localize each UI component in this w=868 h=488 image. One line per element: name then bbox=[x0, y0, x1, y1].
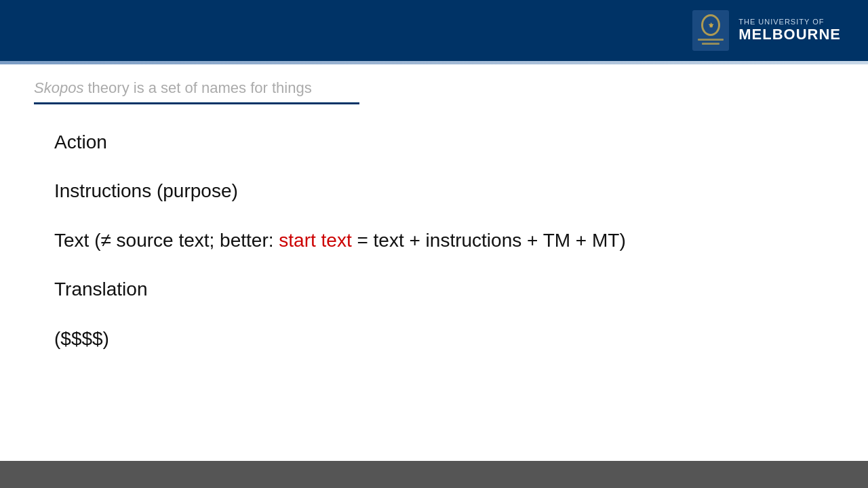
content-area: Action Instructions (purpose) Text (≠ so… bbox=[0, 104, 868, 461]
content-item-text: Text (≠ source text; better: start text … bbox=[54, 216, 814, 265]
text-red-text: text bbox=[321, 230, 352, 251]
translation-label: Translation bbox=[54, 279, 147, 300]
university-name-line1: THE UNIVERSITY OF bbox=[738, 18, 841, 26]
action-label: Action bbox=[54, 131, 107, 152]
instructions-label: Instructions (purpose) bbox=[54, 180, 238, 201]
text-suffix: = text + instructions + TM + MT) bbox=[352, 230, 626, 251]
text-red-start: start bbox=[279, 230, 315, 251]
svg-text:⚜: ⚜ bbox=[708, 22, 714, 29]
slide-title: Skopos theory is a set of names for thin… bbox=[34, 79, 834, 97]
header: ⚜ THE UNIVERSITY OF MELBOURNE bbox=[0, 0, 868, 61]
text-space bbox=[316, 230, 321, 251]
svg-rect-5 bbox=[702, 43, 719, 45]
title-area: Skopos theory is a set of names for thin… bbox=[0, 64, 868, 104]
content-item-money: ($$$$) bbox=[54, 314, 814, 363]
university-name-line2: MELBOURNE bbox=[738, 26, 841, 43]
slide-title-rest: theory is a set of names for things bbox=[83, 79, 311, 96]
content-item-translation: Translation bbox=[54, 265, 814, 314]
footer bbox=[0, 461, 868, 488]
university-crest-icon: ⚜ bbox=[692, 10, 729, 51]
money-label: ($$$$) bbox=[54, 328, 109, 349]
content-item-instructions: Instructions (purpose) bbox=[54, 167, 814, 216]
content-item-action: Action bbox=[54, 118, 814, 167]
text-prefix: Text (≠ source text; better: bbox=[54, 230, 279, 251]
svg-rect-4 bbox=[698, 39, 724, 41]
logo-area: ⚜ THE UNIVERSITY OF MELBOURNE bbox=[692, 10, 841, 51]
logo-text: THE UNIVERSITY OF MELBOURNE bbox=[738, 18, 841, 43]
slide-title-italic: Skopos bbox=[34, 79, 83, 96]
